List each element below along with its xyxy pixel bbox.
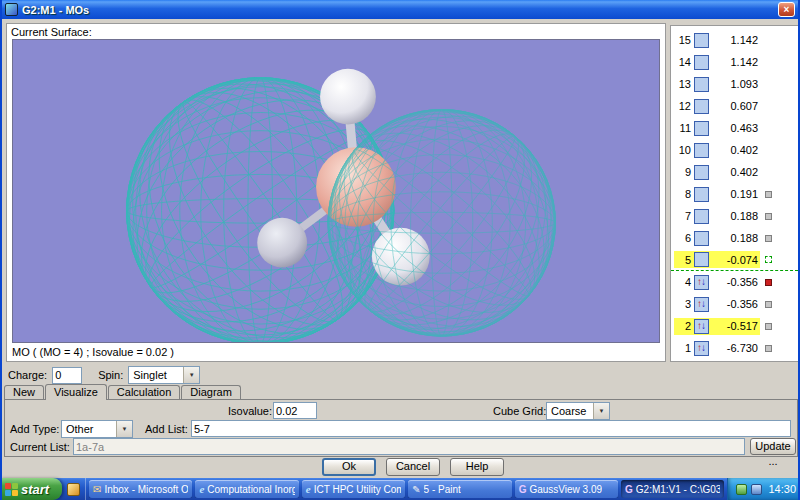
help-button[interactable]: Help <box>450 458 504 476</box>
mo-row[interactable]: 15 1.142 <box>671 29 798 51</box>
mo-row[interactable]: 1 ↑↓ -6.730 <box>671 337 798 359</box>
mo-occupancy-icon[interactable]: ↑↓ <box>694 275 709 290</box>
taskbar-clock: 14:30 <box>768 483 796 495</box>
charge-spin-row: Charge: Spin: Singlet ▼ <box>8 366 200 384</box>
chevron-down-icon[interactable]: ▼ <box>183 367 199 383</box>
mo-energy-value: -0.356 <box>709 276 758 288</box>
quick-launch-icon[interactable] <box>67 483 80 496</box>
mo-occupancy-icon[interactable]: ↑↓ <box>694 319 709 334</box>
mo-number: 6 <box>676 232 691 244</box>
mo-marker[interactable] <box>765 235 772 242</box>
taskbar: start ✉ Inbox - Microsoft Out... e Compu… <box>0 478 800 500</box>
mo-number: 8 <box>676 188 691 200</box>
close-button[interactable]: × <box>778 2 795 17</box>
mo-occupancy-icon[interactable] <box>694 252 709 267</box>
add-type-select[interactable]: Other ▼ <box>61 420 133 438</box>
spin-select[interactable]: Singlet ▼ <box>128 366 200 384</box>
start-button[interactable]: start <box>0 478 62 500</box>
mo-row[interactable]: 10 0.402 <box>671 139 798 161</box>
mo-3d-viewport[interactable] <box>12 39 660 343</box>
mo-row[interactable]: 9 0.402 <box>671 161 798 183</box>
mo-energy-value: 0.402 <box>709 166 758 178</box>
mo-row[interactable]: 14 1.142 <box>671 51 798 73</box>
chevron-down-icon[interactable]: ▼ <box>593 403 609 419</box>
molecule-scene <box>13 40 659 342</box>
mo-energy-value: 1.142 <box>709 34 758 46</box>
add-type-label: Add Type: <box>10 423 59 435</box>
mo-energy-value: 0.402 <box>709 144 758 156</box>
taskbar-item[interactable]: e ICT HPC Utility Comp... <box>302 480 405 498</box>
current-surface-label: Current Surface: <box>11 26 92 38</box>
mo-marker[interactable] <box>765 213 772 220</box>
mo-occupancy-icon[interactable] <box>694 187 709 202</box>
taskbar-items: ✉ Inbox - Microsoft Out... e Computation… <box>86 480 727 498</box>
spin-label: Spin: <box>98 369 123 381</box>
mo-occupancy-icon[interactable] <box>694 77 709 92</box>
mo-marker[interactable] <box>765 256 772 263</box>
tray-status-icon[interactable] <box>736 484 747 495</box>
mo-occupancy-icon[interactable] <box>694 231 709 246</box>
mo-marker[interactable] <box>765 345 772 352</box>
add-list-label: Add List: <box>145 423 188 435</box>
mo-row[interactable]: 4 ↑↓ -0.356 <box>671 271 798 293</box>
outlook-icon: ✉ <box>93 484 101 495</box>
cancel-button[interactable]: Cancel <box>386 458 440 476</box>
mo-energy-value: -0.517 <box>709 320 758 332</box>
mo-energy-value: -0.074 <box>709 254 758 266</box>
mo-occupancy-icon[interactable]: ↑↓ <box>694 297 709 312</box>
tab-diagram[interactable]: Diagram <box>181 385 241 399</box>
mo-energy-value: 1.142 <box>709 56 758 68</box>
ok-button[interactable]: Ok <box>322 458 376 476</box>
mo-row[interactable]: 8 0.191 <box>671 183 798 205</box>
mo-occupancy-icon[interactable]: ↑↓ <box>694 341 709 356</box>
tray-network-icon[interactable] <box>751 484 762 495</box>
mo-status-text: MO ( (MO = 4) ; Isovalue = 0.02 ) <box>12 346 174 358</box>
taskbar-item[interactable]: G G2:M1:V1 - C:\G03W... <box>621 480 724 498</box>
mo-marker[interactable] <box>765 301 772 308</box>
mo-row[interactable]: 11 0.463 <box>671 117 798 139</box>
add-list-input[interactable] <box>191 420 791 437</box>
controls-area: Charge: Spin: Singlet ▼ New Visualize Ca… <box>2 364 800 478</box>
current-list-input <box>73 438 745 455</box>
mo-row[interactable]: 12 0.607 <box>671 95 798 117</box>
mo-number: 12 <box>676 100 691 112</box>
mo-row[interactable]: 5 -0.074 <box>671 249 798 271</box>
mo-occupancy-icon[interactable] <box>694 55 709 70</box>
mo-number: 14 <box>676 56 691 68</box>
mo-energy-value: -6.730 <box>709 342 758 354</box>
mo-row[interactable]: 3 ↑↓ -0.356 <box>671 293 798 315</box>
tab-calculation[interactable]: Calculation <box>108 385 180 399</box>
mo-number: 7 <box>676 210 691 222</box>
mo-occupancy-icon[interactable] <box>694 209 709 224</box>
taskbar-item[interactable]: ✎ 5 - Paint <box>408 480 511 498</box>
mo-occupancy-icon[interactable] <box>694 33 709 48</box>
mo-energy-value: -0.356 <box>709 298 758 310</box>
mo-row[interactable]: 6 0.188 <box>671 227 798 249</box>
hydrogen-atom-left <box>257 218 307 268</box>
mo-dialog-tabs: New Visualize Calculation Diagram <box>4 384 242 399</box>
titlebar[interactable]: G2:M1 - MOs × <box>2 0 798 19</box>
cube-grid-select[interactable]: Coarse ▼ <box>546 402 610 420</box>
mo-occupancy-icon[interactable] <box>694 121 709 136</box>
tab-new[interactable]: New <box>4 385 44 399</box>
charge-input[interactable] <box>52 367 82 384</box>
mo-row[interactable]: 13 1.093 <box>671 73 798 95</box>
mo-number: 10 <box>676 144 691 156</box>
mo-number: 15 <box>676 34 691 46</box>
chevron-down-icon[interactable]: ▼ <box>116 421 132 437</box>
mo-number: 2 <box>676 320 691 332</box>
mo-marker[interactable] <box>765 323 772 330</box>
tab-visualize[interactable]: Visualize <box>45 384 107 400</box>
mo-row[interactable]: 7 0.188 <box>671 205 798 227</box>
taskbar-item[interactable]: ✉ Inbox - Microsoft Out... <box>89 480 192 498</box>
mo-occupancy-icon[interactable] <box>694 143 709 158</box>
mo-occupancy-icon[interactable] <box>694 99 709 114</box>
taskbar-item[interactable]: e Computational Inorga... <box>195 480 298 498</box>
mo-marker[interactable] <box>765 191 772 198</box>
mo-marker[interactable] <box>765 279 772 286</box>
isovalue-input[interactable] <box>273 402 317 419</box>
mo-row[interactable]: 2 ↑↓ -0.517 <box>671 315 798 337</box>
update-button[interactable]: Update ... <box>750 438 796 455</box>
taskbar-item[interactable]: G GaussView 3.09 <box>515 480 618 498</box>
mo-occupancy-icon[interactable] <box>694 165 709 180</box>
